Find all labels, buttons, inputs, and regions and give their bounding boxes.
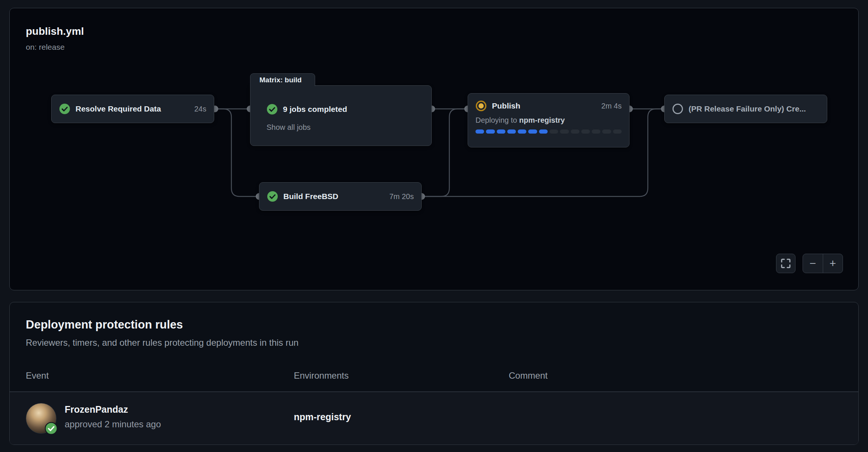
zoom-in-button[interactable]: + [823, 254, 843, 273]
fullscreen-button[interactable] [776, 254, 795, 273]
progress-segment [550, 129, 558, 134]
node-resolve-required-data[interactable]: Resolve Required Data 24s [51, 95, 214, 123]
progress-segment [507, 129, 516, 134]
protection-title: Deployment protection rules [26, 318, 183, 332]
node-duration: 24s [194, 105, 206, 113]
column-header-comment: Comment [509, 370, 548, 381]
matrix-group-label: Matrix: build [259, 76, 302, 84]
node-label: Resolve Required Data [76, 104, 161, 113]
deployment-protection-panel: Deployment protection rules Reviewers, t… [9, 302, 859, 445]
approved-check-badge-icon [45, 422, 58, 435]
column-header-event: Event [26, 370, 49, 381]
success-icon [267, 104, 278, 115]
node-build-freebsd[interactable]: Build FreeBSD 7m 20s [259, 182, 422, 211]
node-label: Publish [492, 101, 520, 110]
workflow-title: publish.yml [26, 25, 84, 37]
node-publish[interactable]: Publish 2m 4s Deploying to npm-registry [468, 93, 630, 147]
progress-segment [497, 129, 505, 134]
node-label: (PR Release Failure Only) Cre... [689, 104, 806, 113]
column-header-environments: Environments [294, 370, 349, 381]
progress-segment [571, 129, 579, 134]
matrix-group-tab: Matrix: build [250, 73, 315, 86]
workflow-trigger: on: release [26, 43, 65, 52]
table-row: FrozenPandaz approved 2 minutes ago npm-… [10, 392, 858, 445]
fullscreen-icon [781, 259, 791, 268]
progress-segment [518, 129, 526, 134]
progress-segment [602, 129, 611, 134]
workflow-graph-panel: publish.yml on: release [9, 8, 859, 290]
pending-icon [672, 103, 683, 114]
avatar[interactable] [26, 403, 56, 434]
node-label: Build FreeBSD [283, 192, 338, 201]
progress-segment [560, 129, 569, 134]
matrix-status-label: 9 jobs completed [283, 105, 347, 114]
protection-subtitle: Reviewers, timers, and other rules prote… [26, 338, 299, 348]
in-progress-icon [475, 100, 487, 112]
progress-segment [592, 129, 600, 134]
zoom-out-button[interactable]: − [803, 254, 823, 273]
node-pr-release-failure[interactable]: (PR Release Failure Only) Cre... [664, 95, 827, 123]
progress-segment [475, 129, 484, 134]
node-duration: 2m 4s [601, 102, 622, 110]
progress-segment [528, 129, 537, 134]
success-icon [59, 103, 70, 114]
progress-segment [539, 129, 548, 134]
progress-segment [486, 129, 495, 134]
deploy-target: npm-registry [519, 116, 565, 124]
deploy-status-text: Deploying to npm-registry [475, 116, 622, 125]
deploy-progress-bar [475, 129, 622, 134]
node-matrix-build[interactable]: 9 jobs completed Show all jobs [250, 85, 432, 146]
environment-name: npm-registry [294, 412, 351, 422]
show-all-jobs-link[interactable]: Show all jobs [267, 123, 311, 132]
zoom-control: − + [803, 254, 843, 273]
approver-username[interactable]: FrozenPandaz [65, 404, 128, 415]
progress-segment [613, 129, 622, 134]
node-duration: 7m 20s [389, 192, 414, 201]
approval-status-text: approved 2 minutes ago [65, 419, 161, 430]
success-icon [267, 191, 278, 202]
progress-segment [581, 129, 590, 134]
